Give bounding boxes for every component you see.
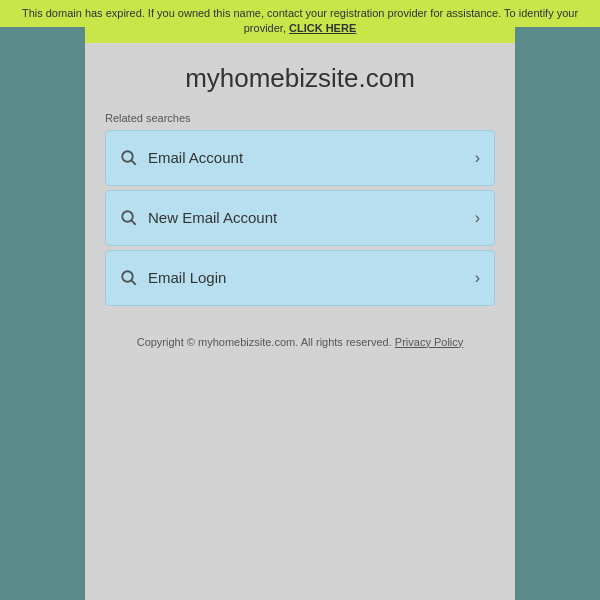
- svg-line-3: [132, 220, 136, 224]
- bg-panel-left: [0, 27, 85, 600]
- main-content-area: myhomebizsite.com Related searches Email…: [85, 43, 515, 600]
- chevron-right-icon-login: ›: [475, 269, 480, 287]
- search-icon-new: [120, 209, 138, 227]
- chevron-right-icon: ›: [475, 149, 480, 167]
- search-item-left-login: Email Login: [120, 269, 226, 287]
- footer-copyright: Copyright © myhomebizsite.com. All right…: [137, 336, 392, 348]
- svg-point-2: [122, 211, 133, 222]
- search-icon-login: [120, 269, 138, 287]
- svg-line-1: [132, 160, 136, 164]
- chevron-right-icon-new: ›: [475, 209, 480, 227]
- banner-click-here-link[interactable]: CLICK HERE: [289, 22, 356, 34]
- related-searches-label: Related searches: [85, 104, 515, 130]
- search-item-label-new-email-account: New Email Account: [148, 209, 277, 226]
- search-item-left-new: New Email Account: [120, 209, 277, 227]
- footer: Copyright © myhomebizsite.com. All right…: [85, 306, 515, 358]
- search-item-email-account[interactable]: Email Account ›: [105, 130, 495, 186]
- search-item-label-email-login: Email Login: [148, 269, 226, 286]
- search-icon: [120, 149, 138, 167]
- search-item-left: Email Account: [120, 149, 243, 167]
- privacy-policy-link[interactable]: Privacy Policy: [395, 336, 463, 348]
- search-item-email-login[interactable]: Email Login ›: [105, 250, 495, 306]
- svg-point-0: [122, 151, 133, 162]
- search-items-list: Email Account › New Email Account ›: [85, 130, 515, 306]
- svg-line-5: [132, 280, 136, 284]
- svg-point-4: [122, 271, 133, 282]
- site-title: myhomebizsite.com: [85, 43, 515, 104]
- search-item-new-email-account[interactable]: New Email Account ›: [105, 190, 495, 246]
- expired-domain-banner: This domain has expired. If you owned th…: [0, 0, 600, 43]
- bg-panel-right: [515, 27, 600, 600]
- search-item-label-email-account: Email Account: [148, 149, 243, 166]
